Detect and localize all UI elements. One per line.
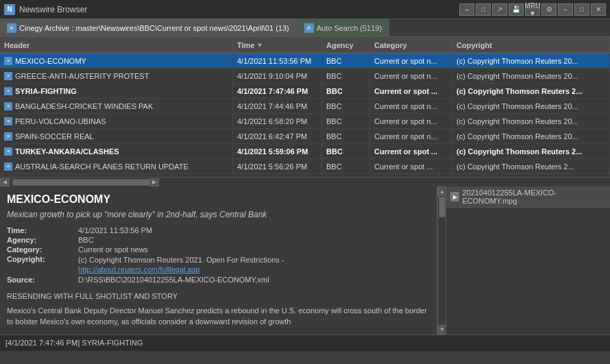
td-header: ≡ MEXICO-ECONOMY (0, 53, 233, 68)
table-row[interactable]: ≡ AUSTRALIA-SEARCH PLANES RETURN UPDATE … (0, 159, 610, 174)
detail-vertical-scrollbar[interactable]: ▲ ▼ (437, 186, 446, 335)
table-row[interactable]: ≡ SPAIN-SOCCER REAL 4/1/2021 6:42:47 PM … (0, 129, 610, 144)
col-header-agency[interactable]: Agency (322, 37, 370, 53)
td-agency: BBC (322, 129, 370, 143)
td-copyright: (c) Copyright Thomson Reuters 20... (452, 53, 610, 68)
td-copyright: (c) Copyright Thomson Reuters 20... (452, 114, 610, 128)
archive-tab-icon: A (7, 23, 16, 33)
td-copyright: (c) Copyright Thomson Reuters 20... (452, 69, 610, 83)
row-doc-icon: ≡ (4, 147, 12, 156)
copyright-label: Copyright: (7, 255, 75, 274)
tab-spacer (389, 19, 610, 36)
td-category: Current or spot n... (370, 99, 452, 113)
row-doc-icon: ≡ (4, 132, 12, 141)
window-controls: ‒ □ ↗ 💾 MRU ▼ ⚙ – □ ✕ (459, 3, 606, 16)
td-header: ≡ SYRIA-FIGHTING (0, 84, 233, 98)
agency-label: Agency: (7, 236, 75, 244)
td-category: Current or spot ... (370, 144, 452, 158)
agency-value: BBC (78, 236, 430, 244)
table-row[interactable]: ≡ PERU-VOLCANO-UBINAS 4/1/2021 6:58:20 P… (0, 114, 610, 129)
row-doc-icon: ≡ (4, 117, 12, 125)
td-header: ≡ SPAIN-SOCCER REAL (0, 129, 233, 143)
status-bar: [4/1/2021 7:47:46 PM] SYRIA-FIGHTING (0, 335, 610, 351)
td-copyright: (c) Copyright Thomson Reuters 2... (452, 84, 610, 98)
scroll-thumb[interactable] (439, 197, 446, 217)
col-header-category[interactable]: Category (370, 37, 452, 53)
title-bar: N Newswire Browser ‒ □ ↗ 💾 MRU ▼ ⚙ – □ ✕ (0, 0, 610, 19)
table-row[interactable]: ≡ GREECE-ANTI-AUSTERITY PROTEST 4/1/2021… (0, 69, 610, 84)
news-table[interactable]: ≡ MEXICO-ECONOMY 4/1/2021 11:53:56 PM BB… (0, 53, 610, 177)
td-time: 4/1/2021 5:56:26 PM (233, 159, 322, 173)
h-scroll-right-btn[interactable]: ▶ (149, 178, 159, 186)
source-value: D:\RSS\BBC\202104012255LA-MEXICO-ECONOMY… (78, 276, 430, 284)
maximize-button[interactable]: ↗ (492, 3, 507, 16)
win-restore-button[interactable]: □ (574, 3, 589, 16)
detail-body-text: Mexico's Central Bank Deputy Director Ma… (7, 305, 430, 328)
td-category: Current or spot n... (370, 53, 452, 68)
settings-button[interactable]: ⚙ (541, 3, 557, 16)
td-copyright: (c) Copyright Thomson Reuters 2... (452, 159, 610, 173)
autosearch-tab-icon: A (304, 23, 314, 33)
category-label: Category: (7, 245, 75, 254)
table-row[interactable]: ≡ SYRIA-FIGHTING 4/1/2021 7:47:46 PM BBC… (0, 84, 610, 99)
td-agency: BBC (322, 99, 370, 113)
td-time: 4/1/2021 7:44:46 PM (233, 99, 322, 113)
time-value: 4/1/2021 11:53:56 PM (78, 226, 430, 234)
table-row[interactable]: ≡ MEXICO-ECONOMY 4/1/2021 11:53:56 PM BB… (0, 53, 610, 69)
td-copyright: (c) Copyright Thomson Reuters 20... (452, 99, 610, 113)
td-header: ≡ GREECE-ANTI-AUSTERITY PROTEST (0, 69, 233, 83)
col-header-time[interactable]: Time ▼ (233, 37, 322, 53)
sort-arrow-icon: ▼ (256, 42, 263, 49)
td-time: 4/1/2021 9:10:04 PM (233, 69, 322, 83)
save-button[interactable]: 💾 (509, 3, 524, 16)
td-header: ≡ AUSTRALIA-SEARCH PLANES RETURN UPDATE (0, 159, 233, 173)
mru-button[interactable]: MRU ▼ (525, 3, 540, 16)
detail-meta: Time: 4/1/2021 11:53:56 PM Agency: BBC C… (7, 226, 430, 284)
h-scroll-thumb[interactable] (12, 179, 149, 186)
td-category: Current or spot ... (370, 84, 452, 98)
auto-search-tab[interactable]: A Auto Search (5119) (297, 19, 389, 36)
td-category: Current or spot ... (370, 159, 452, 173)
h-scroll-left-btn[interactable]: ◀ (0, 178, 10, 186)
copyright-value: (c) Copyright Thomson Reuters 2021. Open… (78, 256, 284, 264)
td-category: Current or spot n... (370, 129, 452, 143)
file-icon: ▶ (450, 192, 459, 202)
detail-panel: MEXICO-ECONOMY Mexican growth to pick up… (0, 186, 437, 335)
td-agency: BBC (322, 84, 370, 98)
table-row[interactable]: ≡ BANGLADESH-CRICKET WINDIES PAK 4/1/202… (0, 99, 610, 114)
td-time: 4/1/2021 6:42:47 PM (233, 129, 322, 143)
win-close-button[interactable]: ✕ (591, 3, 606, 16)
copyright-container: (c) Copyright Thomson Reuters 2021. Open… (78, 255, 430, 274)
tab-bar: A Cinegy Archive : master\Newswires\BBC\… (0, 19, 610, 37)
detail-title: MEXICO-ECONOMY (7, 193, 430, 206)
right-panel-filename: 202104012255LA-MEXICO-ECONOMY.mpg (462, 189, 606, 205)
td-time: 4/1/2021 6:58:20 PM (233, 114, 322, 128)
win-minimize-button[interactable]: – (558, 3, 573, 16)
row-doc-icon: ≡ (4, 162, 12, 171)
status-text: [4/1/2021 7:47:46 PM] SYRIA-FIGHTING (5, 339, 143, 347)
main-archive-tab[interactable]: A Cinegy Archive : master\Newswires\BBC\… (0, 19, 297, 36)
td-category: Current or spot n... (370, 114, 452, 128)
minimize-button[interactable]: ‒ (459, 3, 474, 16)
td-copyright: (c) Copyright Thomson Reuters 2... (452, 144, 610, 158)
detail-wrapper: MEXICO-ECONOMY Mexican growth to pick up… (0, 186, 610, 335)
detail-subtitle: Mexican growth to pick up "more clearly"… (7, 210, 430, 219)
td-agency: BBC (322, 144, 370, 158)
copyright-link[interactable]: http://about.reuters.com/fulllegal.asp (78, 265, 199, 274)
restore-button[interactable]: □ (476, 3, 491, 16)
td-copyright: (c) Copyright Thomson Reuters 20... (452, 129, 610, 143)
table-row[interactable]: ≡ TURKEY-ANKARA/CLASHES 4/1/2021 5:59:06… (0, 144, 610, 159)
right-panel: ▶ 202104012255LA-MEXICO-ECONOMY.mpg (446, 186, 610, 335)
category-value: Current or spot news (78, 245, 430, 254)
col-header-copyright[interactable]: Copyright (452, 37, 610, 53)
detail-body: RESENDING WITH FULL SHOTLIST AND STORY M… (7, 291, 430, 328)
detail-body-header: RESENDING WITH FULL SHOTLIST AND STORY (7, 291, 430, 302)
source-label: Source: (7, 276, 75, 284)
horizontal-scrollbar[interactable]: ◀ ▶ (0, 177, 610, 186)
right-panel-header: ▶ 202104012255LA-MEXICO-ECONOMY.mpg (446, 186, 610, 208)
col-header-header[interactable]: Header (0, 37, 233, 53)
td-agency: BBC (322, 114, 370, 128)
td-header: ≡ PERU-VOLCANO-UBINAS (0, 114, 233, 128)
row-doc-icon: ≡ (4, 102, 12, 110)
row-doc-icon: ≡ (4, 57, 12, 65)
